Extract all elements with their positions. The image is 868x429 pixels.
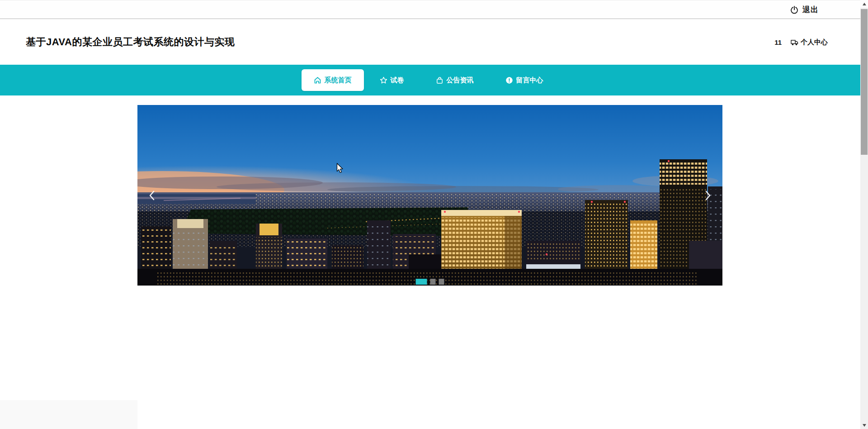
tab-announcements-label: 公告资讯 — [447, 76, 474, 85]
tab-home[interactable]: 系统首页 — [302, 69, 364, 91]
scrollbar-up-button[interactable] — [860, 0, 868, 8]
tab-messages-label: 留言中心 — [516, 76, 543, 85]
profile-center-label: 个人中心 — [801, 38, 828, 47]
carousel-image-city-night — [137, 105, 722, 286]
header: 基于JAVA的某企业员工考试系统的设计与实现 11 个人中心 — [0, 19, 860, 65]
page: 退出 基于JAVA的某企业员工考试系统的设计与实现 11 个人中心 系统首 — [0, 0, 868, 429]
page-title: 基于JAVA的某企业员工考试系统的设计与实现 — [26, 35, 235, 49]
truck-icon — [791, 38, 798, 46]
carousel-indicators — [416, 279, 444, 285]
carousel-prev-button[interactable] — [144, 187, 160, 204]
topbar: 退出 — [0, 0, 860, 19]
scrollbar-thumb[interactable] — [861, 9, 868, 155]
info-icon — [505, 76, 513, 84]
profile-center-link[interactable]: 个人中心 — [791, 38, 828, 47]
carousel-next-button[interactable] — [700, 187, 716, 204]
chevron-left-icon — [149, 191, 155, 200]
carousel — [137, 105, 722, 286]
tab-home-label: 系统首页 — [325, 76, 352, 85]
power-icon — [790, 6, 798, 14]
bag-icon — [436, 76, 443, 84]
tab-announcements[interactable]: 公告资讯 — [420, 65, 490, 95]
logout-button[interactable]: 退出 — [790, 0, 819, 19]
scrollbar[interactable] — [860, 0, 868, 429]
chevron-right-icon — [705, 191, 711, 200]
carousel-indicator-1[interactable] — [430, 279, 436, 285]
main-nav: 系统首页 试卷 公告资讯 留言中心 — [0, 65, 860, 95]
tab-papers-label: 试卷 — [391, 76, 404, 85]
home-icon — [314, 76, 321, 84]
message-count-badge: 11 — [774, 38, 782, 46]
triangle-down-icon — [863, 424, 866, 427]
footer-placeholder — [0, 400, 137, 429]
tab-papers[interactable]: 试卷 — [364, 65, 420, 95]
carousel-indicator-0[interactable] — [416, 279, 427, 285]
carousel-indicator-2[interactable] — [439, 279, 444, 285]
scrollbar-down-button[interactable] — [860, 421, 868, 429]
header-right: 11 个人中心 — [774, 38, 828, 47]
logout-label: 退出 — [802, 5, 819, 15]
star-icon — [380, 76, 387, 84]
triangle-up-icon — [863, 3, 866, 5]
tab-messages[interactable]: 留言中心 — [490, 65, 559, 95]
